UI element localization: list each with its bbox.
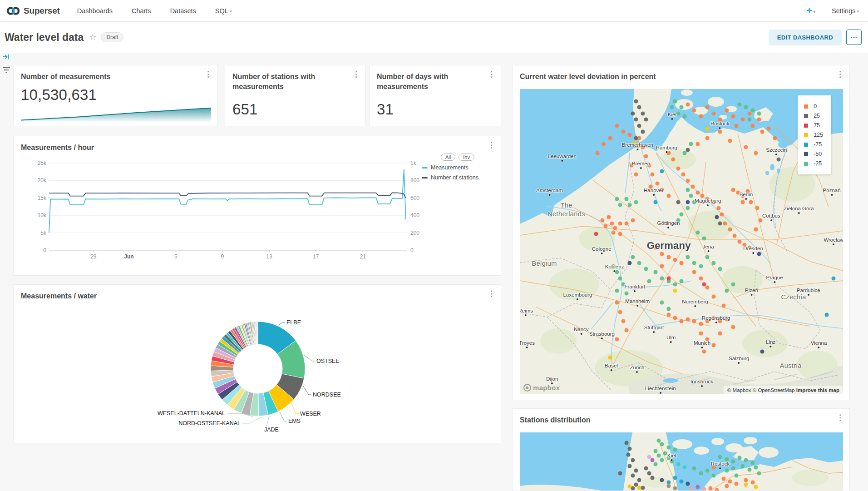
map-city-label: Vienna (811, 340, 827, 348)
settings-menu[interactable]: Settings▾ (832, 7, 859, 15)
card-menu-button[interactable]: ⋮ (836, 70, 844, 78)
station-dot (637, 478, 641, 482)
station-dot (660, 252, 664, 256)
station-dot (666, 194, 671, 198)
station-dot (754, 151, 758, 155)
card-menu-button[interactable]: ⋮ (488, 70, 495, 78)
card-menu-button[interactable]: ⋮ (204, 70, 212, 78)
map-city-dot (561, 160, 563, 162)
map-city-dot (774, 281, 775, 283)
nav-sql[interactable]: SQL▾ (215, 7, 232, 15)
station-dot (680, 319, 684, 323)
station-dot (650, 458, 654, 462)
station-dot (721, 477, 725, 481)
map-city-label: Wrocław (824, 237, 843, 245)
station-dot (676, 200, 680, 204)
map-legend-swatch (804, 152, 808, 156)
station-dot (686, 148, 690, 152)
kpi-value: 31 (377, 101, 394, 118)
map-country-label: Austria (780, 362, 802, 370)
station-dot (760, 130, 764, 134)
map-legend: 02575125-75-50-25 (798, 95, 831, 174)
station-dot (615, 337, 619, 342)
station-dot (637, 486, 641, 490)
map-city-label: Rostock (711, 461, 730, 469)
card-menu-button[interactable]: ⋮ (488, 141, 495, 149)
map-city-label: Reims (520, 308, 533, 316)
map-city-dot (745, 198, 747, 200)
station-dot (618, 203, 622, 207)
edit-dashboard-button[interactable]: EDIT DASHBOARD (769, 30, 842, 45)
deviation-map-card: Current water level deviation in percent… (512, 65, 850, 400)
station-dot (644, 118, 648, 122)
map-city-label: Salzburg (729, 356, 749, 364)
station-dot (733, 233, 737, 238)
station-dot (637, 124, 641, 128)
x-axis-tick: 5 (174, 253, 178, 260)
filter-icon[interactable] (2, 67, 10, 74)
station-dot (683, 465, 687, 469)
line-plot-area[interactable] (49, 163, 407, 250)
nav-datasets[interactable]: Datasets (170, 7, 196, 15)
legend-series-item[interactable]: Measurements (422, 164, 493, 171)
donut-segment[interactable] (257, 322, 258, 344)
station-dot (634, 469, 638, 473)
station-dot (741, 200, 745, 204)
map-city-dot (580, 333, 582, 335)
legend-button-all[interactable]: All (441, 154, 455, 161)
nav-dashboards[interactable]: Dashboards (77, 7, 113, 15)
improve-map-link[interactable]: Improve this map (796, 387, 839, 393)
map-city-dot (671, 118, 673, 120)
station-dot (744, 458, 748, 462)
station-dot (725, 469, 729, 473)
map-city-label: Göttingen (657, 220, 680, 228)
deviation-map[interactable]: LeeuwardenAmsterdamBremerhavenBremenHamb… (520, 89, 843, 394)
station-dot (725, 288, 729, 293)
station-dot (757, 471, 761, 475)
superset-logo[interactable]: Superset (6, 6, 60, 16)
map-city-label: Szczecin (766, 147, 787, 155)
expand-filter-bar-icon[interactable] (2, 53, 10, 60)
map-city-dot (770, 219, 772, 221)
x-axis-tick: 9 (221, 253, 224, 260)
map-legend-label: 25 (814, 113, 820, 119)
station-dot (700, 194, 705, 198)
map-city-label: Regensburg (702, 315, 730, 323)
map-city-label: Leeuwarden (548, 154, 577, 162)
station-dot (702, 283, 706, 287)
map-city-label: Munich (694, 340, 710, 348)
kpi-title: Number of stations with measurements (232, 72, 345, 91)
map-city-label: Kiel (667, 453, 676, 461)
map-legend-label: 75 (814, 122, 820, 129)
card-menu-button[interactable]: ⋮ (352, 70, 360, 78)
station-dot (728, 228, 732, 232)
station-dot (715, 215, 719, 219)
y-axis-tick: 200 (410, 230, 430, 236)
map-legend-item: 125 (804, 132, 823, 138)
legend-button-inv[interactable]: Inv (459, 154, 474, 161)
station-dot (744, 145, 748, 149)
x-axis-tick: 21 (360, 253, 365, 260)
station-dot (686, 255, 690, 259)
favorite-star-icon[interactable]: ☆ (89, 32, 96, 42)
mapbox-logo[interactable]: mapbox (523, 384, 560, 392)
y-axis-tick: 800 (410, 177, 430, 184)
station-dot (705, 105, 709, 109)
stations-map[interactable]: KielRostock (520, 432, 843, 491)
donut-chart[interactable]: ELBEOSTSEENORDSEEWESEREMSJADENORD-OSTSEE… (14, 285, 502, 444)
map-city-label: Ulm (666, 335, 676, 343)
map-legend-item: 25 (804, 113, 823, 119)
card-menu-button[interactable]: ⋮ (836, 414, 844, 422)
map-city-dot (769, 346, 771, 347)
station-dot (663, 451, 667, 456)
station-dot (712, 294, 716, 298)
map-city-label: Mannheim (625, 298, 650, 307)
measurements-per-hour-chart: Measurements / hour ⋮ AllInv Measurement… (13, 136, 501, 276)
station-dot (660, 478, 664, 482)
map-city-label: Zielona Góra (784, 206, 814, 214)
nav-charts[interactable]: Charts (132, 7, 151, 15)
status-badge: Draft (101, 32, 123, 42)
legend-series-item[interactable]: Number of stations (422, 174, 493, 181)
more-options-button[interactable]: ··· (846, 30, 862, 45)
add-new-button[interactable]: +▾ (807, 5, 815, 16)
